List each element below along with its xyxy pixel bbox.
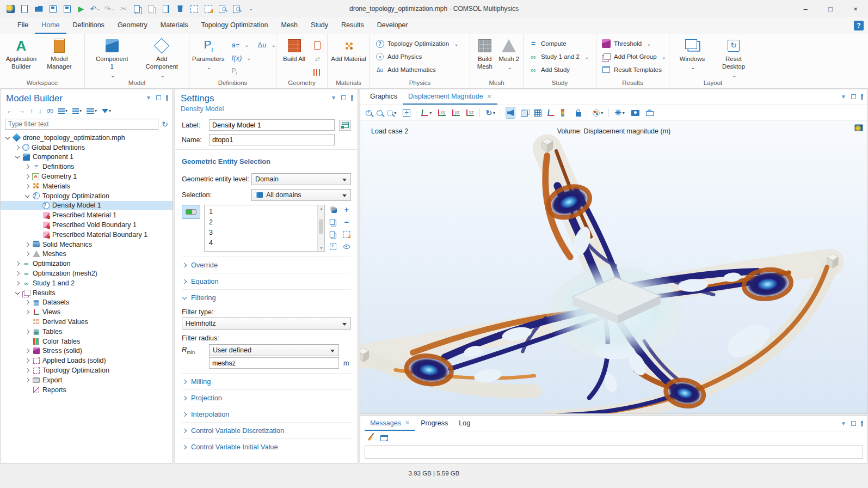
tab-results[interactable]: Results [335, 17, 371, 34]
domain-list-item[interactable]: 1 [205, 206, 324, 217]
geometry-update-button[interactable]: ⇄ [310, 53, 324, 64]
add-plot-group-button[interactable]: Add Plot Group [599, 51, 669, 62]
tab-study[interactable]: Study [304, 17, 335, 34]
tab-geometry[interactable]: Geometry [111, 17, 154, 34]
tree-item-global-definitions[interactable]: Global Definitions [1, 143, 173, 152]
active-selection-toggle[interactable] [182, 205, 200, 219]
float-panel-icon[interactable] [156, 95, 161, 100]
section-override[interactable]: Override [182, 257, 351, 273]
tree-item-prescribed-material-boundary1[interactable]: Prescribed Material Boundary 1 [1, 230, 173, 240]
component1-button[interactable]: Component 1 [94, 36, 131, 79]
tree-filter-input[interactable] [5, 119, 158, 130]
tree-item-materials[interactable]: Materials [1, 181, 173, 191]
remove-from-selection-icon[interactable]: − [342, 217, 351, 226]
domain-list-item[interactable]: 4 [205, 237, 324, 248]
view-yz-icon[interactable]: yz [451, 107, 461, 119]
tab-graphics-window[interactable]: Graphics [365, 89, 403, 105]
rename-button[interactable] [339, 120, 351, 131]
cut-icon[interactable]: ✂ [118, 3, 130, 15]
tree-item-stress-solid[interactable]: Stress (solid) [1, 346, 173, 356]
float-panel-icon[interactable] [341, 95, 346, 100]
close-tab-icon[interactable]: ✕ [487, 93, 492, 100]
result-templates-button[interactable]: Result Templates [599, 64, 664, 75]
label-input[interactable] [209, 119, 335, 131]
rmin-mode-select[interactable]: User defined [209, 344, 339, 356]
zoom-out-icon[interactable]: − [375, 107, 382, 119]
pin-panel-icon[interactable] [166, 95, 168, 101]
virtual-operations-button[interactable] [310, 67, 324, 78]
show-icon[interactable] [47, 109, 53, 113]
select-box-icon[interactable] [188, 3, 200, 15]
tree-item-prescribed-void-boundary1[interactable]: Prescribed Void Boundary 1 [1, 220, 173, 230]
tree-item-meshes[interactable]: Meshes [1, 249, 173, 259]
pin-panel-icon[interactable] [351, 95, 353, 101]
close-tab-icon[interactable]: ✕ [405, 419, 410, 426]
snapshot-icon[interactable] [630, 107, 641, 119]
section-control-variable-initial-value[interactable]: Control Variable Initial Value [182, 438, 351, 455]
add-mathematics-button[interactable]: ΔuAdd Mathematics [373, 64, 439, 75]
tree-item-geometry1[interactable]: AGeometry 1 [1, 172, 173, 181]
tab-developer[interactable]: Developer [371, 17, 415, 34]
rmin-value-input[interactable] [209, 357, 339, 369]
plot-color-icon[interactable] [854, 124, 863, 131]
delta-u-button[interactable]: Δu [255, 40, 279, 50]
tree-item-datasets[interactable]: ▦Datasets [1, 298, 173, 308]
domain-list-item[interactable]: 2 [205, 217, 324, 227]
zoom-box-icon[interactable]: ▾ [386, 107, 397, 119]
section-equation[interactable]: Equation [182, 273, 351, 289]
tree-item-solid-mechanics[interactable]: Solid Mechanics [1, 240, 173, 249]
tree-item-derived-values[interactable]: Derived Values [1, 317, 173, 327]
scene-light-icon[interactable] [520, 107, 529, 119]
create-selection-icon[interactable] [329, 205, 337, 213]
find-replace-icon[interactable] [231, 3, 243, 15]
reset-desktop-button[interactable]: ↻Reset Desktop [715, 36, 752, 79]
zoom-to-selection-icon[interactable] [329, 242, 337, 251]
tree-item-color-tables[interactable]: Color Tables [1, 337, 173, 346]
refresh-icon[interactable]: ↻ [162, 120, 168, 129]
move-up-icon[interactable]: ↑ [30, 107, 34, 115]
tab-file[interactable]: File [11, 17, 35, 34]
zoom-extents-icon[interactable]: ✛ [402, 107, 411, 119]
entity-level-select[interactable]: Domain [251, 173, 351, 185]
tab-messages[interactable]: Messages✕ [365, 416, 415, 431]
float-panel-icon[interactable] [851, 421, 856, 426]
windows-button[interactable]: Windows [674, 36, 711, 71]
pin-panel-icon[interactable] [861, 94, 863, 100]
back-icon[interactable]: ← [6, 107, 13, 115]
copy-icon[interactable] [132, 3, 144, 15]
deactivate-selection-icon[interactable] [342, 242, 351, 251]
tree-item-reports[interactable]: Reports [1, 385, 173, 395]
name-input[interactable] [209, 134, 335, 145]
delete-icon[interactable] [174, 3, 186, 15]
section-filtering[interactable]: Filtering [182, 289, 351, 306]
close-button[interactable]: × [843, 0, 868, 17]
section-control-variable-discretization[interactable]: Control Variable Discretization [182, 422, 351, 438]
parameter-case-button[interactable]: P [229, 66, 254, 77]
view-xz-icon[interactable]: xz [465, 107, 475, 119]
messages-output[interactable] [365, 446, 863, 459]
grid-icon[interactable] [533, 107, 543, 119]
transparency-icon[interactable] [506, 107, 515, 119]
clear-selection-icon[interactable] [202, 3, 214, 15]
zoom-in-icon[interactable]: + [365, 107, 371, 119]
model-tree-nodes-icon[interactable]: ▾ [87, 108, 97, 114]
tree-item-applied-loads[interactable]: Applied Loads (solid) [1, 356, 173, 365]
go-to-view-icon[interactable]: ▾ [421, 107, 433, 119]
redo-icon[interactable]: ↷⌄ [103, 3, 115, 15]
section-interpolation[interactable]: Interpolation [182, 406, 351, 422]
section-geometric-entity-selection[interactable]: Geometric Entity Selection [182, 154, 351, 169]
domain-list-item[interactable]: 3 [205, 227, 324, 237]
expand-all-icon[interactable]: ▾ [72, 108, 82, 114]
tree-item-optimization-mesh2[interactable]: ∞Optimization (mesh2) [1, 269, 173, 278]
app-logo-icon[interactable] [4, 3, 16, 15]
panel-menu-icon[interactable]: ▼ [146, 95, 151, 101]
paste-selection-icon[interactable] [329, 230, 337, 239]
tree-item-topology-optimization[interactable]: ?Topology Optimization [1, 191, 173, 201]
mesh2-button[interactable]: Mesh 2 [497, 36, 520, 71]
tree-item-definitions[interactable]: ≡Definitions [1, 162, 173, 172]
panel-menu-icon[interactable]: ▼ [841, 94, 846, 100]
tree-item-component1[interactable]: Component 1 [1, 152, 173, 162]
pin-panel-icon[interactable] [861, 421, 863, 426]
tree-item-root[interactable]: drone_topology_optimization.mph [1, 133, 173, 143]
run-icon[interactable]: ▶ [75, 3, 87, 15]
